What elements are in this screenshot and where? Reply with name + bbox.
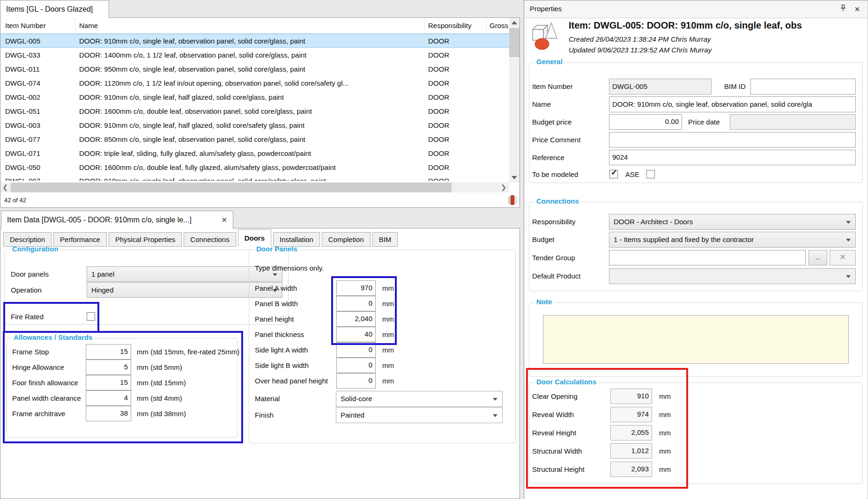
ase-checkbox[interactable] [646,170,655,178]
table-row[interactable]: DWGL-074 DOOR: 1120mm c/o, 1 1/2 leaf in… [0,76,509,90]
clear-opening-unit: mm [659,389,671,404]
item-data-tab[interactable]: Item Data [DWGL-005 - DOOR: 910mm c/o, s… [1,211,233,228]
tab-doors[interactable]: Doors [238,229,271,247]
items-rows: DWGL-005 DOOR: 910mm c/o, single leaf, o… [0,34,509,181]
table-row[interactable]: DWGL-050 DOOR: 1600mm c/o, double leaf, … [0,160,509,174]
table-row[interactable]: DWGL-011 DOOR: 950mm c/o, single leaf, o… [0,62,509,76]
panel-a-width-input[interactable]: 970 [336,280,376,296]
finish-select[interactable]: Painted [336,407,503,423]
side-light-b-width-input[interactable]: 0 [336,358,376,373]
column-header-responsibility[interactable]: Responsibility [424,18,487,33]
table-row[interactable]: DWGL-002 DOOR: 910mm c/o, single leaf, h… [0,90,509,104]
floor-finish-allowance-input[interactable]: 15 [86,375,131,390]
reveal-width-unit: mm [659,407,671,422]
frame-architrave-input[interactable]: 38 [86,406,131,421]
properties-title: Properties [530,5,562,13]
horizontal-scroll-thumb[interactable] [11,183,452,192]
cell-responsibility: DOOR [424,174,487,181]
table-row[interactable]: DWGL-071 DOOR: triple leaf, sliding, ful… [0,146,509,160]
tender-group-field[interactable] [609,250,806,265]
cell-item-number: DWGL-051 [0,107,75,115]
cell-item-number: DWGL-003 [0,121,75,129]
cell-responsibility: DOOR [424,93,487,101]
scroll-left-button[interactable]: ❮ [0,183,10,192]
scroll-down-button[interactable] [509,173,519,183]
item-data-tab-label: Item Data [DWGL-005 - DOOR: 910mm c/o, s… [7,216,192,224]
operation-label: Operation [11,282,42,298]
name-field[interactable]: DOOR: 910mm c/o, single leaf, observatio… [609,96,856,112]
note-group: Note [529,302,863,377]
tab-bim[interactable]: BIM [372,232,398,247]
structural-height-field: 2,093 [610,462,652,477]
fire-rated-label: Fire Rated [11,309,44,324]
table-row[interactable]: DWGL-003 DOOR: 910mm c/o, single leaf, h… [0,118,509,132]
budget-price-field[interactable]: 0.00 [609,114,682,130]
tab-description[interactable]: Description [3,232,52,247]
fire-rated-checkbox[interactable] [87,312,95,321]
table-row[interactable]: DWGL-077 DOOR: 850mm c/o, single leaf, o… [0,132,509,146]
tender-group-clear-button[interactable]: ✕ [830,250,856,265]
side-light-a-width-unit: mm [382,342,394,358]
allowances-title: Allowances / Standards [11,333,95,341]
column-header-gross[interactable]: Gross [487,18,509,33]
cell-responsibility: DOOR [424,107,487,115]
tab-installation[interactable]: Installation [273,232,320,247]
tab-connections[interactable]: Connections [184,232,236,247]
budget-price-label: Budget price [532,114,571,130]
red-door-icon[interactable] [508,195,517,205]
panel-height-input[interactable]: 2,040 [336,311,376,327]
tender-group-browse-button[interactable]: ... [809,250,827,265]
tab-physical-properties[interactable]: Physical Properties [109,232,182,247]
price-comment-field[interactable] [609,132,856,147]
close-icon[interactable]: ✕ [221,216,227,224]
horizontal-scrollbar[interactable]: ❮ ❯ [0,183,509,192]
table-row[interactable]: DWGL-005 DOOR: 910mm c/o, single leaf, o… [0,34,509,48]
configuration-group: Configuration Door panels 1 panel Operat… [5,250,289,325]
price-date-field[interactable] [730,114,856,130]
responsibility-label: Responsibility [532,214,576,229]
connections-group: Connections Responsibility DOOR - Archit… [529,202,863,291]
tab-completion[interactable]: Completion [322,232,371,247]
bim-id-field[interactable] [750,79,856,95]
hinge-allowance-input[interactable]: 5 [86,360,131,375]
column-header-name[interactable]: Name [75,18,424,33]
panel-thickness-input[interactable]: 40 [336,327,376,342]
reference-field[interactable]: 9024 [609,150,856,165]
scroll-right-button[interactable]: ❯ [499,183,508,192]
cell-responsibility: DOOR [424,121,487,129]
table-row[interactable]: DWGL-051 DOOR: 1600mm c/o, double leaf, … [0,104,509,118]
tender-group-label: Tender Group [532,250,575,265]
budget-select[interactable]: 1 - Items supplied and fixed by the cont… [609,232,856,248]
cell-item-number: DWGL-002 [0,93,75,101]
to-be-modeled-checkbox[interactable] [609,170,618,178]
vertical-scrollbar[interactable] [509,18,519,183]
panel-width-clearance-std: mm (std 4mm) [137,390,182,406]
panel-b-width-input[interactable]: 0 [336,296,376,311]
items-tab[interactable]: Items [GL - Doors Glazed] [0,0,109,18]
close-icon[interactable]: ✕ [852,4,863,15]
table-row-partial[interactable]: DWGL-007 DOOR: 910mm c/o, single leaf, o… [0,174,509,181]
panel-width-clearance-label: Panel width clearance [12,390,81,406]
panel-width-clearance-input[interactable]: 4 [86,390,131,406]
note-textarea[interactable] [543,315,849,364]
reveal-width-field: 974 [610,407,652,422]
frame-stop-input[interactable]: 15 [86,344,131,360]
column-header-item-number[interactable]: Item Number [0,18,75,33]
structural-height-label: Structural Height [532,462,585,477]
panel-thickness-unit: mm [382,327,394,342]
over-head-panel-height-input[interactable]: 0 [336,373,376,389]
material-select[interactable]: Solid-core [336,391,503,407]
pin-icon[interactable] [838,4,849,15]
scroll-up-button[interactable] [509,18,519,27]
items-tab-label: Items [GL - Doors Glazed] [6,5,93,14]
side-light-b-width-label: Side light B width [255,358,309,373]
responsibility-select[interactable]: DOOR - Architect - Doors [609,214,856,230]
vertical-scroll-thumb[interactable] [509,28,519,57]
default-product-select[interactable] [609,268,856,284]
cell-name: DOOR: 910mm c/o, single leaf, observatio… [75,37,424,45]
table-row[interactable]: DWGL-033 DOOR: 1400mm c/o, 1 1/2 leaf, o… [0,48,509,62]
item-number-field[interactable]: DWGL-005 [609,79,712,95]
frame-architrave-std: mm (std 38mm) [137,406,186,421]
side-light-a-width-input[interactable]: 0 [336,342,376,358]
tab-performance[interactable]: Performance [53,232,107,247]
